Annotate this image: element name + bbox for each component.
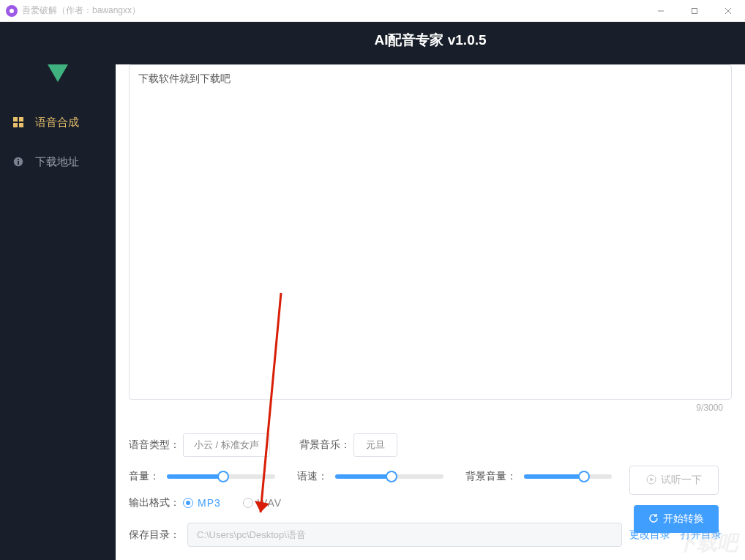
svg-rect-7 bbox=[13, 117, 18, 122]
minimize-button[interactable] bbox=[644, 0, 678, 22]
svg-rect-13 bbox=[18, 159, 19, 160]
text-input[interactable] bbox=[129, 64, 732, 400]
window-controls bbox=[644, 0, 745, 22]
save-dir-input[interactable] bbox=[187, 523, 622, 547]
radio-mp3-label: MP3 bbox=[198, 497, 221, 509]
page-title: AI配音专家 v1.0.5 bbox=[0, 22, 745, 64]
svg-rect-2 bbox=[692, 9, 697, 14]
main-panel: AI配音专家 v1.0.5 9/3000 语音类型： 小云 / 标准女声 背景音… bbox=[116, 22, 745, 560]
char-counter: 9/3000 bbox=[696, 403, 723, 413]
preview-button[interactable]: 试听一下 bbox=[629, 466, 719, 495]
app-icon bbox=[6, 5, 18, 17]
window-title: 吾爱破解（作者：bawangxx） bbox=[22, 4, 141, 17]
radio-wav[interactable]: WAV bbox=[243, 497, 282, 509]
sidebar-item-tts[interactable]: 语音合成 bbox=[0, 102, 116, 142]
radio-wav-label: WAV bbox=[258, 497, 282, 509]
sidebar-item-label: 语音合成 bbox=[35, 116, 79, 130]
save-dir-label: 保存目录： bbox=[129, 529, 180, 542]
svg-rect-12 bbox=[18, 161, 19, 165]
start-label: 开始转换 bbox=[663, 512, 704, 526]
preview-label: 试听一下 bbox=[661, 474, 702, 487]
info-icon bbox=[12, 157, 25, 167]
sidebar-item-label: 下载地址 bbox=[35, 155, 79, 169]
start-convert-button[interactable]: 开始转换 bbox=[634, 505, 719, 533]
voice-type-label: 语音类型： bbox=[129, 438, 180, 452]
sidebar-item-download[interactable]: 下载地址 bbox=[0, 142, 116, 182]
output-format-label: 输出格式： bbox=[129, 496, 180, 509]
speed-slider[interactable] bbox=[335, 474, 443, 479]
speed-label: 语速： bbox=[297, 470, 328, 483]
refresh-icon bbox=[648, 513, 659, 526]
titlebar: 吾爱破解（作者：bawangxx） bbox=[0, 0, 745, 22]
bg-volume-slider[interactable] bbox=[524, 474, 612, 479]
radio-icon bbox=[183, 498, 193, 508]
voice-type-select[interactable]: 小云 / 标准女声 bbox=[183, 433, 270, 457]
svg-rect-9 bbox=[13, 123, 18, 127]
volume-label: 音量： bbox=[129, 470, 160, 483]
radio-icon bbox=[243, 498, 253, 508]
play-icon bbox=[646, 474, 656, 487]
svg-rect-8 bbox=[19, 117, 23, 122]
bg-music-select[interactable]: 元旦 bbox=[353, 433, 397, 457]
bg-music-label: 背景音乐： bbox=[299, 438, 351, 452]
bg-volume-label: 背景音量： bbox=[465, 470, 517, 483]
svg-point-0 bbox=[10, 9, 14, 13]
svg-rect-10 bbox=[19, 123, 23, 127]
volume-slider[interactable] bbox=[167, 474, 275, 479]
sidebar: 语音合成 下载地址 bbox=[0, 22, 116, 560]
radio-mp3[interactable]: MP3 bbox=[183, 497, 221, 509]
svg-marker-15 bbox=[651, 477, 654, 481]
grid-icon bbox=[12, 117, 25, 127]
close-button[interactable] bbox=[711, 0, 745, 22]
maximize-button[interactable] bbox=[678, 0, 711, 22]
